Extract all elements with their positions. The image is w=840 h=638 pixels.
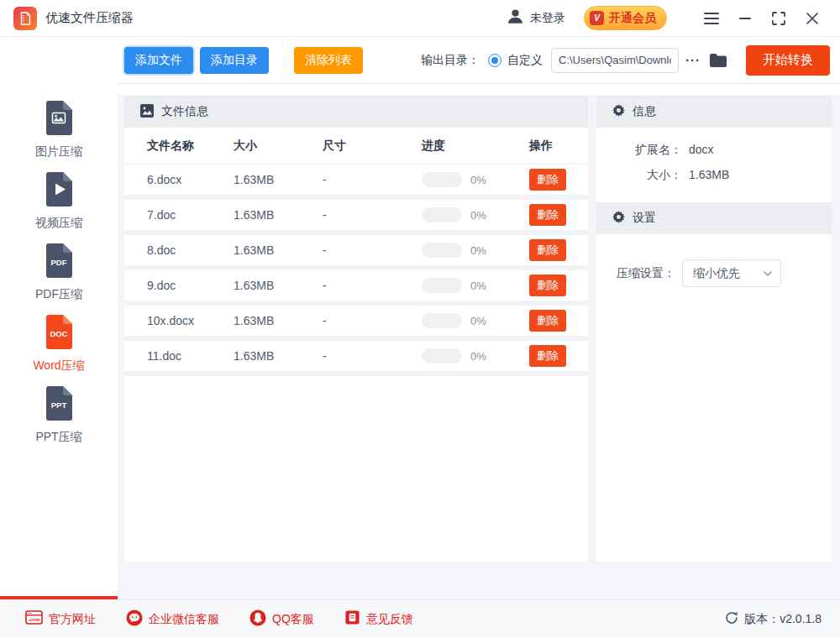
login-status: 未登录 bbox=[530, 11, 565, 26]
progress-bar bbox=[422, 348, 462, 363]
output-path-input[interactable] bbox=[551, 48, 679, 73]
table-row: 10x.docx 1.63MB - 0% 删除 bbox=[124, 306, 588, 341]
vip-icon: V bbox=[590, 11, 604, 25]
add-file-button[interactable]: 添加文件 bbox=[124, 47, 193, 74]
sidebar-item-label: Word压缩 bbox=[33, 358, 84, 374]
progress-bar bbox=[422, 243, 462, 258]
gear-icon bbox=[612, 104, 625, 119]
maximize-icon[interactable] bbox=[768, 8, 790, 29]
table-column-header: 文件名称 大小 尺寸 进度 操作 bbox=[124, 128, 588, 165]
col-size: 大小 bbox=[234, 139, 323, 154]
svg-text:PPT: PPT bbox=[51, 400, 67, 410]
progress-percent: 0% bbox=[470, 209, 486, 222]
file-size: 1.63MB bbox=[234, 314, 323, 327]
col-progress: 进度 bbox=[422, 139, 529, 154]
svg-text:DOC: DOC bbox=[50, 329, 67, 338]
table-row: 7.doc 1.63MB - 0% 删除 bbox=[124, 200, 588, 235]
delete-button[interactable]: 删除 bbox=[529, 204, 566, 226]
file-name: 6.docx bbox=[147, 173, 234, 186]
file-name: 7.doc bbox=[147, 208, 234, 222]
footer-link-wechat-service[interactable]: 企业微信客服 bbox=[126, 609, 219, 630]
progress-percent: 0% bbox=[470, 315, 486, 327]
footer-link-feedback[interactable]: 意见反馈 bbox=[344, 609, 413, 629]
sidebar-item-pdf-compress[interactable]: PDF PDF压缩 bbox=[0, 242, 118, 313]
table-row: 6.docx 1.63MB - 0% 删除 bbox=[124, 165, 588, 200]
progress-percent: 0% bbox=[470, 244, 486, 257]
info-panel-header: 信息 bbox=[596, 96, 832, 128]
progress-percent: 0% bbox=[470, 350, 486, 363]
content-area: 文件信息 文件名称 大小 尺寸 进度 操作 6.docx 1.63MB - 0%… bbox=[118, 85, 840, 599]
footer-link-official-site[interactable]: .com 官方网址 bbox=[25, 609, 96, 629]
image-file-icon bbox=[42, 99, 76, 139]
sidebar-item-label: 图片压缩 bbox=[35, 144, 82, 160]
update-refresh-icon[interactable] bbox=[725, 611, 738, 628]
version-info: 版本：v2.0.1.8 bbox=[725, 611, 822, 628]
footer-link-qq-service[interactable]: QQ客服 bbox=[249, 609, 314, 630]
app-window: 优速文件压缩器 未登录 V 开通会员 bbox=[0, 0, 840, 638]
col-action: 操作 bbox=[529, 139, 588, 154]
delete-button[interactable]: 删除 bbox=[529, 275, 566, 296]
custom-radio-label[interactable]: 自定义 bbox=[507, 53, 543, 68]
website-icon: .com bbox=[25, 609, 43, 629]
info-field-value: docx bbox=[689, 143, 714, 158]
menu-icon[interactable] bbox=[701, 8, 722, 29]
file-size: 1.63MB bbox=[234, 279, 323, 292]
delete-button[interactable]: 删除 bbox=[529, 239, 566, 261]
open-vip-button[interactable]: V 开通会员 bbox=[584, 6, 667, 30]
info-field-label: 大小： bbox=[617, 168, 682, 183]
close-icon[interactable] bbox=[801, 8, 823, 29]
file-name: 8.doc bbox=[147, 243, 234, 257]
info-field-value: 1.63MB bbox=[689, 168, 729, 183]
custom-radio[interactable] bbox=[488, 54, 501, 67]
video-file-icon bbox=[42, 170, 76, 211]
file-dims: - bbox=[323, 208, 422, 222]
delete-button[interactable]: 删除 bbox=[529, 169, 566, 191]
panel-title: 文件信息 bbox=[161, 104, 208, 119]
window-controls bbox=[689, 8, 823, 29]
sidebar-item-ppt-compress[interactable]: PPT PPT压缩 bbox=[0, 384, 118, 456]
sidebar-item-video-compress[interactable]: 视频压缩 bbox=[0, 170, 118, 242]
open-folder-icon[interactable] bbox=[709, 53, 727, 67]
doc-file-icon: DOC bbox=[42, 313, 76, 353]
sidebar-item-word-compress[interactable]: DOC Word压缩 bbox=[0, 313, 118, 384]
file-size: 1.63MB bbox=[234, 173, 323, 186]
compress-mode-select[interactable]: 缩小优先 bbox=[682, 259, 781, 287]
info-body: 扩展名： docx 大小： 1.63MB bbox=[596, 128, 832, 202]
gear-icon bbox=[612, 211, 625, 226]
login-button[interactable]: 未登录 bbox=[507, 8, 565, 29]
output-dir-label: 输出目录： bbox=[421, 53, 480, 68]
info-settings-panel: 信息 扩展名： docx 大小： 1.63MB bbox=[596, 96, 832, 562]
sidebar-item-label: 视频压缩 bbox=[35, 216, 82, 231]
sidebar-item-image-compress[interactable]: 图片压缩 bbox=[0, 99, 118, 170]
table-row: 11.doc 1.63MB - 0% 删除 bbox=[124, 341, 588, 376]
progress-bar bbox=[422, 278, 462, 293]
file-size: 1.63MB bbox=[234, 243, 323, 257]
titlebar: 优速文件压缩器 未登录 V 开通会员 bbox=[0, 0, 840, 37]
table-row: 8.doc 1.63MB - 0% 删除 bbox=[124, 235, 588, 270]
progress-bar bbox=[422, 313, 462, 328]
delete-button[interactable]: 删除 bbox=[529, 310, 566, 332]
file-size: 1.63MB bbox=[234, 349, 323, 363]
sidebar-item-label: PPT压缩 bbox=[35, 430, 81, 445]
file-dims: - bbox=[323, 279, 422, 292]
settings-panel-header: 设置 bbox=[596, 202, 832, 234]
sidebar-item-label: PDF压缩 bbox=[35, 287, 82, 302]
delete-button[interactable]: 删除 bbox=[529, 345, 566, 367]
panel-title: 信息 bbox=[633, 104, 656, 119]
file-name: 11.doc bbox=[147, 349, 234, 363]
file-dims: - bbox=[323, 243, 422, 257]
wechat-icon bbox=[126, 609, 143, 630]
image-icon bbox=[140, 104, 154, 120]
start-convert-button[interactable]: 开始转换 bbox=[746, 45, 830, 76]
clear-list-button[interactable]: 清除列表 bbox=[294, 47, 363, 74]
vip-button-label: 开通会员 bbox=[609, 11, 656, 26]
ppt-file-icon: PPT bbox=[42, 384, 76, 425]
app-logo-icon bbox=[13, 7, 37, 30]
minimize-icon[interactable] bbox=[734, 8, 756, 29]
add-directory-button[interactable]: 添加目录 bbox=[200, 47, 269, 74]
progress-bar bbox=[422, 172, 462, 187]
browse-more-button[interactable]: ··· bbox=[685, 53, 701, 67]
sidebar: 图片压缩 视频压缩 PDF PDF压缩 bbox=[0, 37, 118, 599]
settings-body: 压缩设置： 缩小优先 bbox=[596, 234, 832, 287]
file-info-panel: 文件信息 文件名称 大小 尺寸 进度 操作 6.docx 1.63MB - 0%… bbox=[124, 96, 588, 562]
